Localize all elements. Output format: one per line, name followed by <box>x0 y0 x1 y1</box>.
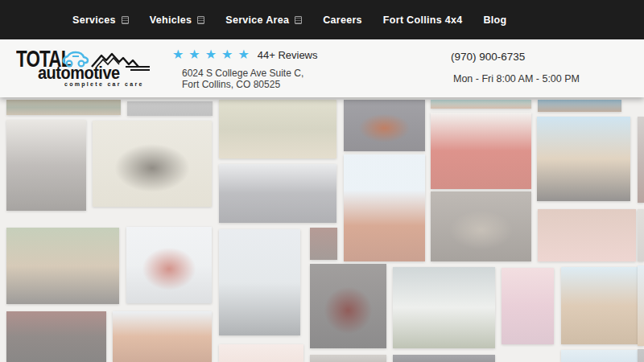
nav-item-vehicles[interactable]: Vehicles <box>150 14 204 26</box>
collage-photo-trail-runner <box>219 164 336 223</box>
collage-photo-bottom-blue <box>561 350 638 362</box>
collage-photo-red-cut-sliver <box>310 228 337 260</box>
dropdown-indicator-icon <box>197 16 204 24</box>
business-hours: Mon - Fri 8:00 AM - 5:00 PM <box>453 73 580 84</box>
collage-photo-top-sliver-1 <box>431 100 531 109</box>
total-automotive-logo[interactable]: TOTAL automotive complete car care <box>16 49 155 91</box>
site-header: TOTAL automotive complete car care ★★★★★… <box>0 39 644 97</box>
nav-item-service-area[interactable]: Service Area <box>225 14 302 26</box>
photo-collage <box>0 97 644 362</box>
collage-photo-ram-mascot <box>6 228 119 304</box>
nav-item-services[interactable]: Services <box>72 14 129 26</box>
collage-photo-kids-backseat <box>538 209 636 261</box>
reviews-link[interactable]: ★★★★★ 44+ Reviews <box>172 48 318 61</box>
reviews-count-label: 44+ Reviews <box>258 49 318 61</box>
collage-photo-van-mountain-road <box>219 229 300 335</box>
collage-photo-offroad-tire-rig <box>310 264 386 348</box>
top-navigation: Services Vehicles Service Area Careers F… <box>0 0 644 39</box>
logo-tagline: complete car care <box>64 81 144 87</box>
collage-photo-mountain-biker <box>561 267 638 344</box>
nav-item-label: Fort Collins 4x4 <box>383 14 463 26</box>
collage-photo-roof-rack-loading <box>6 120 86 211</box>
dropdown-indicator-icon <box>295 16 302 24</box>
collage-photo-bottom-gray <box>310 355 386 362</box>
star-icons: ★★★★★ <box>172 48 254 61</box>
collage-photo-gray-sliver <box>127 101 213 116</box>
nav-item-careers[interactable]: Careers <box>323 14 362 26</box>
address-line-1: 6024 S College Ave Suite C, <box>182 68 303 79</box>
collage-photo-edge-sliver-3 <box>638 265 644 346</box>
collage-photo-sunset-sculpture <box>502 268 554 344</box>
collage-photo-edge-sliver-4 <box>638 349 644 362</box>
collage-photo-horses-sliver <box>219 344 303 362</box>
collage-photo-hikers-trail <box>219 100 336 158</box>
nav-item-label: Service Area <box>225 14 289 26</box>
collage-photo-canyon-road <box>113 311 212 362</box>
collage-photo-edge-sliver-1 <box>638 117 644 203</box>
collage-photo-couple-field <box>93 121 212 207</box>
logo-word-automotive: automotive <box>38 63 120 83</box>
collage-photo-top-sliver-2 <box>538 100 621 112</box>
collage-photo-truck-bed-kayak <box>6 100 121 115</box>
collage-photo-snowplow-truck <box>126 227 212 303</box>
nav-item-blog[interactable]: Blog <box>483 14 506 26</box>
collage-photo-campfire <box>344 100 425 151</box>
collage-photo-tacoma-roof-camp <box>393 267 495 348</box>
nav-item-label: Careers <box>323 14 362 26</box>
nav-item-fort-collins-4x4[interactable]: Fort Collins 4x4 <box>383 14 463 26</box>
address-line-2: Fort Collins, CO 80525 <box>182 79 303 90</box>
collage-photo-truck-cab-guy <box>431 191 531 261</box>
collage-photo-family-red-car <box>431 113 531 189</box>
nav-item-label: Vehicles <box>150 14 192 26</box>
dropdown-indicator-icon <box>122 16 129 24</box>
collage-photo-edge-sliver-2 <box>638 209 644 261</box>
collage-photo-red-rocks <box>344 154 425 261</box>
collage-photo-bottom-dark <box>393 355 495 362</box>
street-address: 6024 S College Ave Suite C, Fort Collins… <box>182 68 303 90</box>
collage-photo-car-interior-dark <box>6 311 106 362</box>
nav-item-label: Blog <box>483 14 506 26</box>
collage-photo-dog-car-window <box>537 117 630 201</box>
nav-item-label: Services <box>72 14 116 26</box>
phone-number[interactable]: (970) 900-6735 <box>451 51 525 63</box>
